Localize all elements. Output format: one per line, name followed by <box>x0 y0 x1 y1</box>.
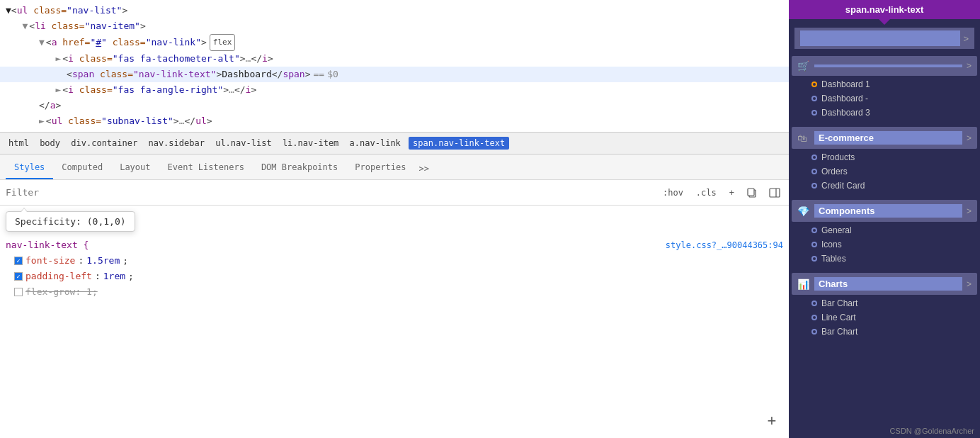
nav-item-icons[interactable]: Icons <box>789 237 980 252</box>
rule-source[interactable]: style.css?_…90044365:94 <box>666 237 783 253</box>
nav-item-credit-card[interactable]: Credit Card <box>789 179 980 193</box>
components-section-icon: 💎 <box>797 206 810 217</box>
html-line-8: ► <ul class="subnav-list" > … </ul> <box>0 113 789 129</box>
nav-item-general[interactable]: General <box>789 223 980 237</box>
flex-badge: flex <box>210 34 236 51</box>
nav-item-line-chart[interactable]: Line Cart <box>789 310 980 325</box>
dot-icon <box>811 228 817 233</box>
highlight-box: > <box>794 28 974 49</box>
dot-icon <box>811 155 817 160</box>
nav-item-dashboard3[interactable]: Dashboard 3 <box>789 106 980 120</box>
html-line-3: ▼ <a href="#" class="nav-link" > flex <box>0 34 789 51</box>
tab-layout[interactable]: Layout <box>111 157 159 179</box>
breadcrumb-html[interactable]: html <box>6 137 32 150</box>
nav-item-products[interactable]: Products <box>789 150 980 164</box>
nav-section-ecommerce: 🛍 E-commerce > Products Orders Credit Ca… <box>789 125 980 193</box>
svg-rect-2 <box>770 189 780 197</box>
add-style-button[interactable]: + <box>762 411 782 431</box>
prop-line-flex-grow: flex-grow: 1; <box>14 284 783 300</box>
nav-section-charts: 📊 Charts > Bar Chart Line Cart Bar Chart <box>789 271 980 339</box>
prop-line-font-size: font-size : 1.5rem ; <box>14 253 783 269</box>
html-line-7: </a> <box>0 98 789 113</box>
tab-properties[interactable]: Properties <box>346 157 414 179</box>
prop-line-padding-left: padding-left : 1rem ; <box>14 269 783 284</box>
section-header-components[interactable]: 💎 Components > <box>792 200 977 222</box>
breadcrumb-nav-sidebar[interactable]: nav.sidebar <box>145 137 207 150</box>
cls-button[interactable]: .cls <box>693 186 720 200</box>
components-chevron-icon: > <box>967 206 972 216</box>
breadcrumb-ul-nav-list[interactable]: ul.nav-list <box>212 137 274 150</box>
nav-item-label: Icons <box>821 240 842 249</box>
add-property-button[interactable]: + <box>726 186 738 200</box>
sidebar-preview: span.nav-link-text > 🛒 > Dashboard 1 Das… <box>789 0 980 438</box>
section-label-dashboard <box>814 64 962 67</box>
section-label-components: Components <box>814 204 962 218</box>
highlighted-element <box>800 30 960 46</box>
nav-item-label: Products <box>821 152 855 162</box>
watermark: CSDN @GoldenaArcher <box>890 427 974 435</box>
html-line-4: ► <i class="fas fa-tachometer-alt" > … <… <box>0 51 789 67</box>
toggle-sidebar-icon[interactable] <box>766 184 783 201</box>
section-label-ecommerce: E-commerce <box>814 131 962 145</box>
breadcrumb-bar: html body div.container nav.sidebar ul.n… <box>0 132 789 155</box>
nav-item-label: Tables <box>821 254 846 264</box>
hov-button[interactable]: :hov <box>659 186 687 200</box>
dot-icon <box>811 301 817 306</box>
section-header-dashboard[interactable]: 🛒 > <box>792 56 977 76</box>
nav-item-label: Bar Chart <box>821 298 858 308</box>
nav-item-orders[interactable]: Orders <box>789 164 980 179</box>
dot-icon <box>811 242 817 247</box>
prop-checkbox-font-size[interactable] <box>14 257 23 265</box>
nav-item-label: Orders <box>821 167 848 176</box>
html-line-1: ▼ <ul class="nav-list" > <box>0 3 789 18</box>
sidebar-tooltip: span.nav-link-text <box>789 0 980 19</box>
copy-icon[interactable] <box>743 184 760 201</box>
html-line-5-highlighted: <span class="nav-link-text" >Dashboard</… <box>0 67 789 82</box>
breadcrumb-span-nav-link-text[interactable]: span.nav-link-text <box>409 137 509 150</box>
nav-item-tables[interactable]: Tables <box>789 252 980 266</box>
prop-checkbox-padding-left[interactable] <box>14 272 23 281</box>
rule-body: font-size : 1.5rem ; padding-left : 1rem… <box>6 253 783 300</box>
html-line-6: ► <i class="fas fa-angle-right" > … </i> <box>0 82 789 98</box>
nav-item-label: Line Cart <box>821 313 856 322</box>
nav-item-label: Credit Card <box>821 181 865 191</box>
dot-icon <box>811 169 817 174</box>
filter-input[interactable] <box>6 187 654 198</box>
section-header-charts[interactable]: 📊 Charts > <box>792 273 977 295</box>
tab-styles[interactable]: Styles <box>6 157 53 179</box>
nav-item-dashboard1[interactable]: Dashboard 1 <box>789 77 980 91</box>
nav-item-bar-chart-2[interactable]: Bar Chart <box>789 325 980 339</box>
breadcrumb-li-nav-item[interactable]: li.nav-item <box>280 137 341 150</box>
dot-icon <box>811 256 817 262</box>
charts-section-icon: 📊 <box>797 279 810 290</box>
prop-checkbox-flex-grow[interactable] <box>14 288 23 296</box>
nav-item-label: Bar Chart <box>821 327 858 337</box>
nav-item-label: Dashboard 3 <box>821 108 870 118</box>
charts-chevron-icon: > <box>967 279 972 289</box>
dot-icon <box>811 329 817 335</box>
devtools-panel: ▼ <ul class="nav-list" > ▼ <li class="na… <box>0 0 789 438</box>
dot-icon <box>811 183 817 189</box>
section-header-ecommerce[interactable]: 🛍 E-commerce > <box>792 127 977 149</box>
nav-item-bar-chart[interactable]: Bar Chart <box>789 296 980 310</box>
tab-dom-breakpoints[interactable]: DOM Breakpoints <box>253 157 346 179</box>
style-rule: nav-link-text { style.css?_…90044365:94 … <box>6 237 783 300</box>
nav-item-dashboard2[interactable]: Dashboard - <box>789 91 980 106</box>
tab-computed[interactable]: Computed <box>53 157 111 179</box>
rule-selector: nav-link-text { <box>6 237 89 253</box>
ecommerce-chevron-icon: > <box>967 133 972 143</box>
dot-icon <box>811 96 817 101</box>
breadcrumb-a-nav-link[interactable]: a.nav-link <box>347 137 404 150</box>
html-source: ▼ <ul class="nav-list" > ▼ <li class="na… <box>0 0 789 132</box>
dot-icon <box>811 82 817 87</box>
nav-section-dashboard: 🛒 > Dashboard 1 Dashboard - Dashboard 3 <box>789 55 980 120</box>
nav-section-components: 💎 Components > General Icons Tables <box>789 198 980 266</box>
tab-more[interactable]: >> <box>415 158 433 179</box>
nav-item-label: Dashboard 1 <box>821 79 870 89</box>
breadcrumb-body[interactable]: body <box>37 137 63 150</box>
svg-rect-1 <box>748 189 754 196</box>
tabs-bar: Styles Computed Layout Event Listeners D… <box>0 155 789 180</box>
tab-event-listeners[interactable]: Event Listeners <box>159 157 253 179</box>
dot-icon <box>811 110 817 116</box>
breadcrumb-div-container[interactable]: div.container <box>68 137 140 150</box>
